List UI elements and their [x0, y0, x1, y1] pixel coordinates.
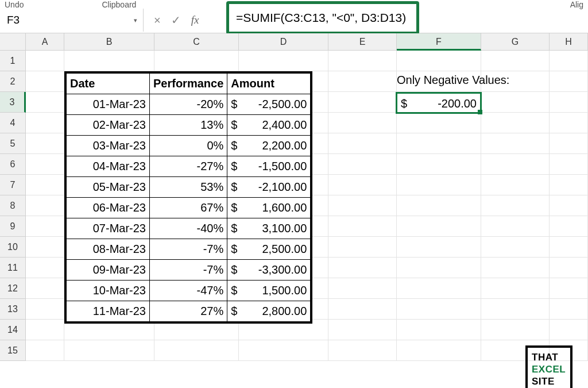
- chevron-down-icon[interactable]: ▾: [134, 17, 137, 24]
- cell[interactable]: [550, 278, 588, 299]
- cell-date[interactable]: 06-Mar-23: [67, 198, 150, 218]
- cell[interactable]: [397, 51, 481, 71]
- row-header-4[interactable]: 4: [0, 113, 26, 133]
- row-header-6[interactable]: 6: [0, 154, 26, 175]
- cell-date[interactable]: 07-Mar-23: [67, 218, 150, 239]
- th-performance[interactable]: Performance: [150, 74, 227, 94]
- cell[interactable]: [328, 51, 397, 71]
- cell[interactable]: [328, 320, 397, 340]
- col-header-H[interactable]: H: [550, 33, 588, 51]
- cell-amount[interactable]: $-3,300.00: [227, 260, 311, 281]
- cell-amount[interactable]: $1,600.00: [227, 198, 311, 218]
- enter-icon[interactable]: ✓: [171, 13, 181, 27]
- cell[interactable]: [328, 175, 397, 195]
- cell[interactable]: [26, 237, 64, 258]
- cell-amount[interactable]: $2,800.00: [227, 301, 311, 322]
- col-header-C[interactable]: C: [154, 33, 239, 51]
- cell[interactable]: [481, 320, 550, 340]
- cell[interactable]: [26, 71, 64, 92]
- cell[interactable]: [26, 113, 64, 133]
- cell[interactable]: [26, 278, 64, 299]
- cell-performance[interactable]: -20%: [150, 94, 227, 115]
- cell[interactable]: [550, 195, 588, 216]
- cell-performance[interactable]: 67%: [150, 198, 227, 218]
- cell-amount[interactable]: $-2,500.00: [227, 94, 311, 115]
- cell[interactable]: [26, 175, 64, 195]
- cell-date[interactable]: 10-Mar-23: [67, 281, 150, 301]
- fx-icon[interactable]: fx: [191, 14, 199, 26]
- row-header-2[interactable]: 2: [0, 71, 26, 92]
- cell-date[interactable]: 11-Mar-23: [67, 301, 150, 322]
- cell[interactable]: [397, 320, 481, 340]
- cell[interactable]: [550, 299, 588, 320]
- cell-performance[interactable]: 13%: [150, 115, 227, 136]
- cell[interactable]: [64, 340, 154, 361]
- cell[interactable]: [550, 320, 588, 340]
- cell[interactable]: [397, 299, 481, 320]
- cell-performance[interactable]: -27%: [150, 156, 227, 177]
- row-header-3[interactable]: 3: [0, 92, 26, 113]
- cell-amount[interactable]: $1,500.00: [227, 281, 311, 301]
- cell[interactable]: [550, 92, 588, 113]
- cell[interactable]: [481, 299, 550, 320]
- cell[interactable]: [481, 258, 550, 278]
- cell[interactable]: [328, 237, 397, 258]
- cell-date[interactable]: 08-Mar-23: [67, 239, 150, 260]
- cell-performance[interactable]: -7%: [150, 260, 227, 281]
- cell[interactable]: [481, 92, 550, 113]
- cell[interactable]: [328, 92, 397, 113]
- col-header-F[interactable]: F: [397, 33, 481, 51]
- cell[interactable]: [26, 51, 64, 71]
- cell-performance[interactable]: 0%: [150, 136, 227, 156]
- cell-date[interactable]: 01-Mar-23: [67, 94, 150, 115]
- cell[interactable]: [550, 113, 588, 133]
- only-negative-label[interactable]: Only Negative Values:: [397, 74, 509, 87]
- cell[interactable]: [397, 340, 481, 361]
- name-box[interactable]: F3 ▾: [0, 9, 144, 32]
- cell-grid[interactable]: Date Performance Amount 01-Mar-23-20%$-2…: [26, 51, 588, 361]
- cell[interactable]: [328, 71, 397, 92]
- cell[interactable]: [550, 175, 588, 195]
- cell[interactable]: [481, 175, 550, 195]
- th-amount[interactable]: Amount: [227, 74, 311, 94]
- cell[interactable]: [550, 154, 588, 175]
- row-header-10[interactable]: 10: [0, 237, 26, 258]
- cell[interactable]: [397, 237, 481, 258]
- cell[interactable]: [550, 71, 588, 92]
- cell[interactable]: [397, 175, 481, 195]
- col-header-E[interactable]: E: [328, 33, 397, 51]
- row-header-12[interactable]: 12: [0, 278, 26, 299]
- row-header-9[interactable]: 9: [0, 216, 26, 237]
- cell-date[interactable]: 04-Mar-23: [67, 156, 150, 177]
- cell[interactable]: [26, 133, 64, 154]
- cell[interactable]: [481, 154, 550, 175]
- row-header-8[interactable]: 8: [0, 195, 26, 216]
- col-header-A[interactable]: A: [26, 33, 64, 51]
- cell[interactable]: [64, 51, 154, 71]
- row-header-1[interactable]: 1: [0, 51, 26, 71]
- cell-performance[interactable]: -47%: [150, 281, 227, 301]
- row-header-5[interactable]: 5: [0, 133, 26, 154]
- cell-amount[interactable]: $-2,100.00: [227, 177, 311, 198]
- cell[interactable]: [481, 51, 550, 71]
- select-all-corner[interactable]: [0, 33, 26, 51]
- cell[interactable]: [328, 216, 397, 237]
- col-header-B[interactable]: B: [64, 33, 154, 51]
- cell[interactable]: [26, 299, 64, 320]
- cell[interactable]: [397, 154, 481, 175]
- cell[interactable]: [397, 195, 481, 216]
- cell[interactable]: [397, 113, 481, 133]
- cell-date[interactable]: 03-Mar-23: [67, 136, 150, 156]
- cell[interactable]: [26, 92, 64, 113]
- cell-performance[interactable]: 53%: [150, 177, 227, 198]
- cell[interactable]: [397, 216, 481, 237]
- cell-performance[interactable]: -40%: [150, 218, 227, 239]
- cell-F3-active[interactable]: $ -200.00: [396, 92, 482, 114]
- cell[interactable]: [550, 258, 588, 278]
- cell-amount[interactable]: $2,200.00: [227, 136, 311, 156]
- cell[interactable]: [154, 51, 239, 71]
- cell-performance[interactable]: -7%: [150, 239, 227, 260]
- col-header-D[interactable]: D: [239, 33, 328, 51]
- cell[interactable]: [481, 237, 550, 258]
- cell[interactable]: [550, 237, 588, 258]
